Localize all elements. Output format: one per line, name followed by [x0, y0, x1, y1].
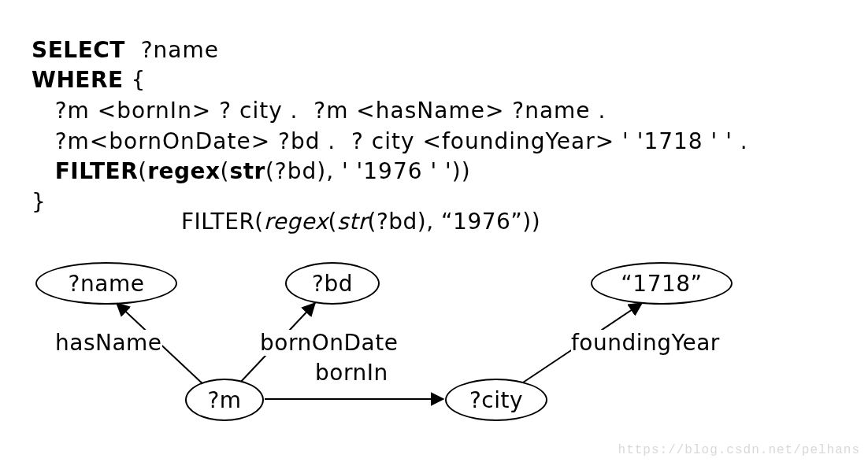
node-m-label: ?m	[207, 387, 241, 413]
node-name-label: ?name	[69, 271, 145, 297]
edge-label-bornin: bornIn	[315, 360, 388, 386]
edge-label-hasname: hasName	[55, 330, 162, 356]
node-m: ?m	[185, 379, 264, 421]
node-name: ?name	[35, 262, 177, 305]
node-1718-label: “1718”	[621, 271, 702, 297]
edge-label-foundingyear: foundingYear	[571, 330, 720, 356]
node-city: ?city	[445, 379, 547, 421]
node-bd-label: ?bd	[312, 271, 353, 297]
node-city-label: ?city	[469, 387, 523, 413]
node-bd: ?bd	[285, 262, 380, 305]
watermark: https://blog.csdn.net/pelhans	[618, 443, 860, 457]
graph-edges	[0, 0, 868, 462]
edge-label-bornondate: bornOnDate	[260, 330, 398, 356]
node-1718: “1718”	[591, 262, 733, 305]
